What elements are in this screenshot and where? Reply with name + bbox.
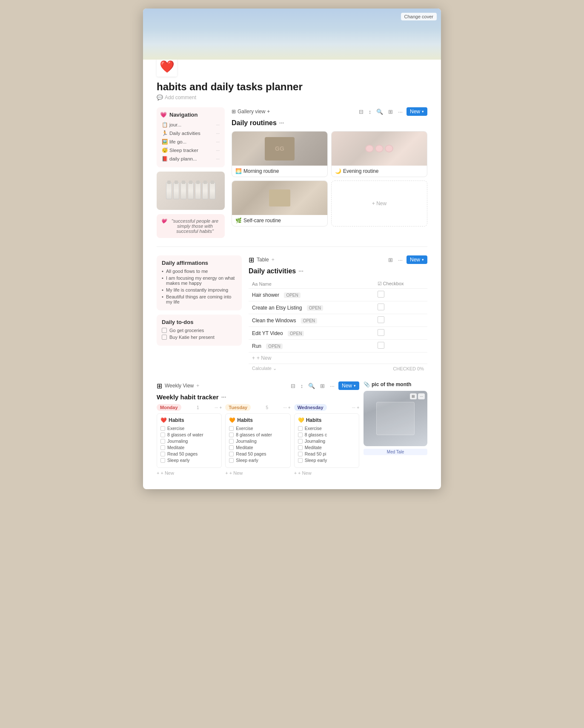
habit-checkbox[interactable] bbox=[160, 458, 165, 463]
search-button[interactable]: 🔍 bbox=[375, 108, 384, 116]
habit-checkbox[interactable] bbox=[229, 452, 234, 456]
add-table-view[interactable]: + bbox=[272, 257, 275, 263]
section-dots-menu[interactable]: ··· bbox=[279, 120, 284, 126]
habit-checkbox[interactable] bbox=[160, 426, 165, 431]
monday-more-icon[interactable]: ··· bbox=[215, 405, 218, 410]
habit-checkbox[interactable] bbox=[298, 452, 303, 456]
sidebar-item-life[interactable]: 🖼️ life go... ··· bbox=[160, 138, 221, 146]
weekly-more-button[interactable]: ··· bbox=[329, 382, 336, 390]
wednesday-badge: Wednesday bbox=[294, 404, 327, 411]
more-button[interactable]: ··· bbox=[397, 108, 404, 116]
cover-image: Change cover bbox=[143, 9, 441, 60]
row-cb[interactable] bbox=[378, 329, 384, 336]
weekly-new-button[interactable]: New ▾ bbox=[338, 381, 359, 390]
row-cb[interactable] bbox=[378, 304, 384, 310]
row-cb[interactable] bbox=[378, 316, 384, 323]
status-badge: OPEN bbox=[288, 331, 304, 336]
row-checkbox[interactable] bbox=[374, 314, 427, 327]
sidebar-item-sleep[interactable]: 😴 Sleep tracker ··· bbox=[160, 146, 221, 155]
sleep-icon: 😴 bbox=[162, 147, 168, 153]
habit-checkbox[interactable] bbox=[229, 445, 234, 450]
habit-checkbox[interactable] bbox=[298, 433, 303, 437]
item-dots[interactable]: ··· bbox=[216, 123, 220, 127]
table-footer: Calculate ⌄ CHECKED 0% bbox=[249, 364, 427, 373]
habit-checkbox[interactable] bbox=[298, 445, 303, 450]
calculate-label[interactable]: Calculate ⌄ bbox=[252, 366, 277, 371]
sidebar-item-planner[interactable]: 📕 daily plann... ··· bbox=[160, 155, 221, 163]
weekly-sort-button[interactable]: ↕ bbox=[299, 382, 305, 390]
habit-checkbox[interactable] bbox=[160, 452, 165, 456]
filter-button[interactable]: ⊟ bbox=[358, 108, 365, 116]
row-cb[interactable] bbox=[378, 342, 384, 349]
add-weekly-view[interactable]: + bbox=[196, 383, 199, 389]
table-sort-button[interactable]: ⊞ bbox=[387, 256, 394, 264]
tuesday-add-icon[interactable]: + bbox=[288, 405, 291, 410]
affirmations-box: Daily affirmations All good flows to me … bbox=[157, 255, 242, 310]
tuesday-more-icon[interactable]: ··· bbox=[283, 405, 286, 410]
habit-checkbox[interactable] bbox=[160, 433, 165, 437]
affirmation-item-4: Beautiful things are coming into my life bbox=[162, 294, 237, 304]
habit-checkbox[interactable] bbox=[229, 458, 234, 463]
gallery-card-morning[interactable]: 🌅 Morning routine bbox=[232, 131, 328, 177]
habit-item: Journaling bbox=[160, 439, 218, 444]
habit-checkbox[interactable] bbox=[298, 426, 303, 431]
item-dots[interactable]: ··· bbox=[216, 157, 220, 161]
row-checkbox[interactable] bbox=[374, 327, 427, 340]
wednesday-header: Wednesday ··· + bbox=[294, 404, 359, 411]
weekly-layout-button[interactable]: ⊞ bbox=[319, 382, 326, 390]
todos-title: Daily to-dos bbox=[162, 319, 237, 325]
gallery-card-selfcare[interactable]: 🌿 Self-care routine bbox=[232, 181, 328, 226]
table-row: Run OPEN bbox=[249, 340, 427, 353]
weekly-view-icon: ⊞ bbox=[157, 382, 162, 390]
habit-checkbox[interactable] bbox=[160, 439, 165, 444]
wednesday-add-icon[interactable]: + bbox=[357, 405, 359, 410]
new-button[interactable]: New ▾ bbox=[407, 107, 427, 116]
add-new-monday[interactable]: + + New bbox=[157, 470, 222, 476]
expand-image-button[interactable]: ⊞ bbox=[410, 393, 417, 399]
weekly-filter-button[interactable]: ⊟ bbox=[289, 382, 297, 390]
row-checkbox[interactable] bbox=[374, 289, 427, 301]
row-checkbox[interactable] bbox=[374, 301, 427, 314]
image-more-button[interactable]: ··· bbox=[418, 393, 425, 399]
weekly-dots-menu[interactable]: ··· bbox=[221, 394, 226, 401]
add-new-card[interactable]: + New bbox=[331, 181, 427, 226]
wednesday-more-icon[interactable]: ··· bbox=[352, 405, 355, 410]
activities-dots-menu[interactable]: ··· bbox=[298, 268, 303, 275]
sort-button[interactable]: ↕ bbox=[367, 108, 373, 116]
add-comment[interactable]: 💬 Add comment bbox=[157, 95, 427, 100]
add-view-icon[interactable]: + bbox=[267, 109, 270, 115]
todo-item-2: Buy Katie her present bbox=[162, 335, 237, 340]
row-cb[interactable] bbox=[378, 291, 384, 298]
monday-add-icon[interactable]: + bbox=[219, 405, 222, 410]
sidebar-item-daily-activities[interactable]: 🏃 Daily activities ··· bbox=[160, 129, 221, 138]
habit-checkbox[interactable] bbox=[229, 426, 234, 431]
kanban-columns: Monday 1 ··· + ❤️ Habits bbox=[157, 404, 359, 476]
photo-icon: 🖼️ bbox=[162, 139, 168, 145]
habit-checkbox[interactable] bbox=[229, 439, 234, 444]
gallery-card-evening[interactable]: 🌙 Evening routine bbox=[331, 131, 427, 177]
item-dots[interactable]: ··· bbox=[216, 148, 220, 153]
add-new-row[interactable]: + + New bbox=[249, 353, 427, 364]
todo-checkbox-1[interactable] bbox=[162, 328, 167, 333]
table-more-button[interactable]: ··· bbox=[397, 256, 404, 264]
wednesday-card: 💛 Habits Exercise 8 glasses c bbox=[294, 413, 359, 468]
bottles-decoration bbox=[166, 182, 215, 199]
change-cover-button[interactable]: Change cover bbox=[401, 13, 437, 20]
item-dots[interactable]: ··· bbox=[216, 131, 220, 136]
habit-checkbox[interactable] bbox=[298, 458, 303, 463]
habit-item: Sleep early bbox=[298, 458, 355, 463]
selfcare-routine-image bbox=[232, 181, 327, 215]
item-dots[interactable]: ··· bbox=[216, 140, 220, 144]
kanban-col-tuesday: Tuesday 5 ··· + 🧡 Habits bbox=[225, 404, 290, 476]
sidebar-item-jour[interactable]: 📋 jour... ··· bbox=[160, 120, 221, 129]
table-new-button[interactable]: New ▾ bbox=[407, 255, 427, 264]
habit-checkbox[interactable] bbox=[229, 433, 234, 437]
todo-checkbox-2[interactable] bbox=[162, 335, 167, 340]
layout-button[interactable]: ⊞ bbox=[387, 108, 394, 116]
weekly-search-button[interactable]: 🔍 bbox=[307, 382, 316, 390]
add-new-wednesday[interactable]: + + New bbox=[294, 470, 359, 476]
habit-checkbox[interactable] bbox=[298, 439, 303, 444]
add-new-tuesday[interactable]: + + New bbox=[225, 470, 290, 476]
row-checkbox[interactable] bbox=[374, 340, 427, 353]
habit-checkbox[interactable] bbox=[160, 445, 165, 450]
